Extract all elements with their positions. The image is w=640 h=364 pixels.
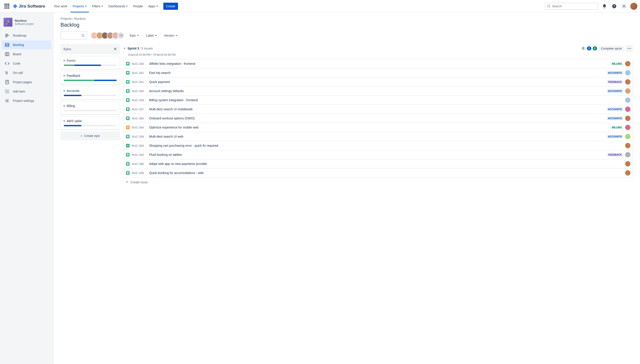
avatar-overflow[interactable]: +3 — [117, 32, 124, 39]
epic-label: ACCOUNTS — [607, 116, 623, 120]
issue-key[interactable]: NUC-337 — [132, 108, 147, 111]
issue-row[interactable]: NUC-360Onboard workout options (OWO)ACCO… — [124, 114, 633, 123]
chevron-right-icon — [64, 105, 65, 107]
issue-key[interactable]: NUC-343 — [132, 153, 147, 156]
assignee-avatar[interactable] — [625, 116, 630, 121]
assignee-avatar[interactable] — [625, 61, 630, 66]
nav-people[interactable]: People — [131, 3, 145, 10]
global-search[interactable] — [545, 3, 598, 10]
issue-row[interactable]: NUC-342Fast trip searchACCOUNTS — [124, 68, 633, 78]
svg-rect-5 — [5, 34, 8, 35]
epic-card[interactable]: AWS spike — [60, 116, 120, 130]
issue-row[interactable]: NUC-339Billing system integration - fron… — [124, 96, 633, 105]
sidebar-item-roadmap[interactable]: Roadmap — [2, 31, 51, 40]
backlog-icon — [5, 42, 10, 48]
board-icon — [5, 52, 10, 57]
complete-sprint-button[interactable]: Complete sprint — [598, 46, 624, 52]
sidebar-item-backlog[interactable]: Backlog — [2, 40, 51, 49]
issue-key[interactable]: NUC-339 — [132, 98, 147, 102]
assignee-avatar[interactable] — [625, 134, 630, 139]
epic-card[interactable]: Billing — [60, 101, 120, 114]
nav-apps[interactable]: Apps — [146, 3, 160, 10]
label-filter[interactable]: Label — [144, 32, 158, 38]
help-icon[interactable]: ? — [611, 3, 618, 10]
breadcrumb-projects[interactable]: Projects — [60, 17, 72, 20]
svg-line-23 — [84, 36, 84, 37]
issue-type-icon — [126, 144, 130, 148]
assignee-avatar[interactable] — [625, 161, 630, 166]
issue-row[interactable]: NUC-336Quick booking for accomodations -… — [124, 168, 633, 177]
epic-card[interactable]: Feedback — [60, 71, 120, 84]
issue-key[interactable]: NUC-354 — [132, 144, 147, 148]
issue-row[interactable]: NUC-341Quick paymentFEEDBACK — [124, 78, 633, 86]
more-actions-button[interactable] — [626, 45, 633, 52]
issue-summary: Shopping cart purchasing error - quick f… — [149, 144, 623, 148]
epic-filter[interactable]: Epic — [128, 32, 141, 38]
nav-your-work[interactable]: Your work — [51, 3, 70, 10]
epic-progress — [64, 110, 117, 111]
sidebar-item-label: Roadmap — [13, 34, 27, 37]
project-header: 🚀 Nucleus Software project — [2, 18, 51, 31]
epic-card[interactable]: Accounts — [60, 86, 120, 100]
sidebar-item-project-settings[interactable]: Project settings — [2, 96, 51, 105]
nav-projects[interactable]: Projects — [70, 3, 89, 10]
sidebar-item-board[interactable]: Board — [2, 50, 51, 58]
assignee-avatar[interactable] — [625, 143, 630, 148]
notifications-icon[interactable] — [601, 3, 608, 10]
collapse-icon[interactable] — [124, 48, 125, 49]
issue-key[interactable]: NUC-341 — [132, 80, 147, 84]
sidebar-item-on-call[interactable]: On-call — [2, 68, 51, 77]
assignee-avatar[interactable] — [625, 70, 630, 76]
issue-key[interactable]: NUC-338 — [132, 135, 147, 138]
create-issue-button[interactable]: + Create issue — [124, 178, 633, 187]
issue-row[interactable]: NUC-335Affelite links integration - fron… — [124, 59, 633, 68]
breadcrumb-current[interactable]: Nucleus — [74, 17, 86, 20]
assignee-avatar[interactable] — [625, 106, 630, 112]
issue-row[interactable]: NUC-343Fluid booking on tabletsFEEDBACK — [124, 150, 633, 159]
assignee-avatar[interactable] — [625, 125, 630, 130]
profile-avatar[interactable] — [630, 3, 637, 10]
search-input[interactable] — [552, 4, 596, 8]
create-epic-button[interactable]: + Create epic — [60, 132, 120, 140]
issue-list: NUC-335Affelite links integration - fron… — [124, 59, 633, 178]
issue-type-icon — [126, 162, 130, 166]
app-switcher-icon[interactable] — [5, 4, 10, 9]
issue-row[interactable]: NUC-340Account settings defaultsACCOUNTS — [124, 86, 633, 96]
nav-filters[interactable]: Filters — [90, 3, 105, 10]
nav-dashboards[interactable]: Dashboards — [106, 3, 130, 10]
version-filter[interactable]: Version — [162, 32, 179, 38]
sidebar-item-add-item[interactable]: Add item — [2, 87, 51, 96]
issue-key[interactable]: NUC-340 — [132, 90, 147, 93]
assignee-filter[interactable]: +3 — [91, 32, 124, 39]
sidebar-item-project-pages[interactable]: Project pages — [2, 78, 51, 86]
chevron-down-icon — [126, 6, 128, 7]
epic-card[interactable]: Forms — [60, 56, 120, 69]
issue-key[interactable]: NUC-344 — [132, 126, 147, 129]
settings-icon[interactable] — [620, 3, 627, 10]
issue-row[interactable]: NUC-337Multi-dest search UI mobilewebACC… — [124, 105, 633, 114]
issue-summary: Fluid booking on tablets — [149, 153, 605, 156]
issue-key[interactable]: NUC-360 — [132, 117, 147, 120]
issue-key[interactable]: NUC-346 — [132, 162, 147, 166]
issue-key[interactable]: NUC-342 — [132, 71, 147, 74]
jira-logo[interactable]: Jira Software — [13, 4, 45, 9]
assignee-avatar[interactable] — [625, 98, 630, 103]
sidebar-item-code[interactable]: Code — [2, 59, 51, 68]
issue-key[interactable]: NUC-336 — [132, 171, 147, 175]
roadmap-icon — [5, 33, 10, 38]
assignee-avatar[interactable] — [625, 79, 630, 84]
epic-progress — [64, 95, 117, 96]
issue-row[interactable]: NUC-354Shopping cart purchasing error - … — [124, 141, 633, 150]
create-button[interactable]: Create — [163, 3, 178, 10]
issue-row[interactable]: NUC-346Adapt web app no new payments pro… — [124, 159, 633, 168]
assignee-avatar[interactable] — [625, 170, 630, 176]
assignee-avatar[interactable] — [625, 88, 630, 94]
sprint-issue-count: 5 issues — [141, 46, 153, 50]
issue-row[interactable]: NUC-338Multi-dest search UI webACCOUNTS — [124, 132, 633, 141]
issue-row[interactable]: NUC-344Optimize experience for mobile we… — [124, 123, 633, 132]
close-icon[interactable]: ✕ — [114, 46, 117, 52]
assignee-avatar[interactable] — [625, 152, 630, 157]
issue-summary: Quick booking for accomodations - web — [149, 171, 623, 175]
backlog-search[interactable] — [60, 32, 87, 40]
issue-key[interactable]: NUC-335 — [132, 62, 147, 66]
